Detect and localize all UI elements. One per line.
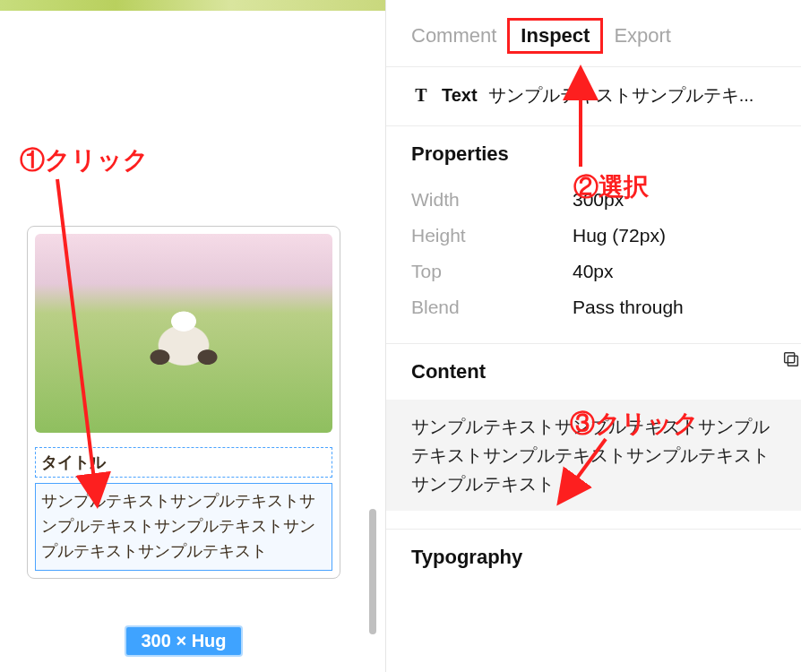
- typography-heading: Typography: [411, 546, 776, 569]
- inspect-panel: Comment Inspect Export T Text サンプルテキストサン…: [385, 0, 801, 672]
- card-title-text[interactable]: タイトル: [35, 447, 332, 478]
- scrollbar[interactable]: [369, 509, 376, 634]
- property-label: Top: [411, 261, 573, 282]
- canvas-background-strip: [0, 0, 385, 11]
- properties-section: Properties Width 300px Height Hug (72px)…: [386, 125, 801, 343]
- tab-export[interactable]: Export: [614, 24, 671, 47]
- property-row-width[interactable]: Width 300px: [411, 182, 776, 218]
- tab-inspect[interactable]: Inspect: [507, 18, 603, 54]
- property-row-height[interactable]: Height Hug (72px): [411, 218, 776, 254]
- design-canvas[interactable]: タイトル サンプルテキストサンプルテキストサンプルテキストサンプルテキストサンプ…: [0, 0, 385, 672]
- layer-name: サンプルテキストサンプルテキ...: [488, 83, 754, 108]
- property-label: Blend: [411, 297, 573, 318]
- card-image[interactable]: [35, 234, 332, 433]
- card-frame[interactable]: タイトル サンプルテキストサンプルテキストサンプルテキストサンプルテキストサンプ…: [27, 226, 340, 579]
- layer-type-label: Text: [442, 85, 478, 106]
- selection-size-badge: 300 × Hug: [125, 625, 242, 657]
- card-body: タイトル サンプルテキストサンプルテキストサンプルテキストサンプルテキストサンプ…: [35, 433, 332, 571]
- svg-rect-1: [785, 353, 795, 363]
- card-sample-text[interactable]: サンプルテキストサンプルテキストサンプルテキストサンプルテキストサンプルテキスト…: [35, 483, 332, 571]
- property-label: Width: [411, 189, 573, 211]
- property-value: Hug (72px): [573, 225, 666, 246]
- text-layer-icon: T: [411, 86, 431, 106]
- svg-rect-0: [788, 356, 797, 366]
- property-value: Pass through: [573, 297, 684, 318]
- property-row-blend[interactable]: Blend Pass through: [411, 289, 776, 325]
- typography-section: Typography: [386, 529, 801, 587]
- content-text-value[interactable]: サンプルテキストサンプルテキストサンプルテキストサンプルテキストサンプルテキスト…: [386, 400, 801, 511]
- content-heading: Content: [411, 360, 776, 383]
- copy-icon[interactable]: [781, 349, 801, 369]
- layer-info-row[interactable]: T Text サンプルテキストサンプルテキ...: [386, 66, 801, 125]
- property-value: 300px: [573, 189, 624, 211]
- property-row-top[interactable]: Top 40px: [411, 254, 776, 289]
- property-label: Height: [411, 225, 573, 246]
- tab-comment[interactable]: Comment: [411, 24, 496, 47]
- property-value: 40px: [573, 261, 614, 282]
- content-section: Content サンプルテキストサンプルテキストサンプルテキストサンプルテキスト…: [386, 343, 801, 529]
- panel-tabs: Comment Inspect Export: [386, 0, 801, 66]
- properties-heading: Properties: [411, 142, 776, 166]
